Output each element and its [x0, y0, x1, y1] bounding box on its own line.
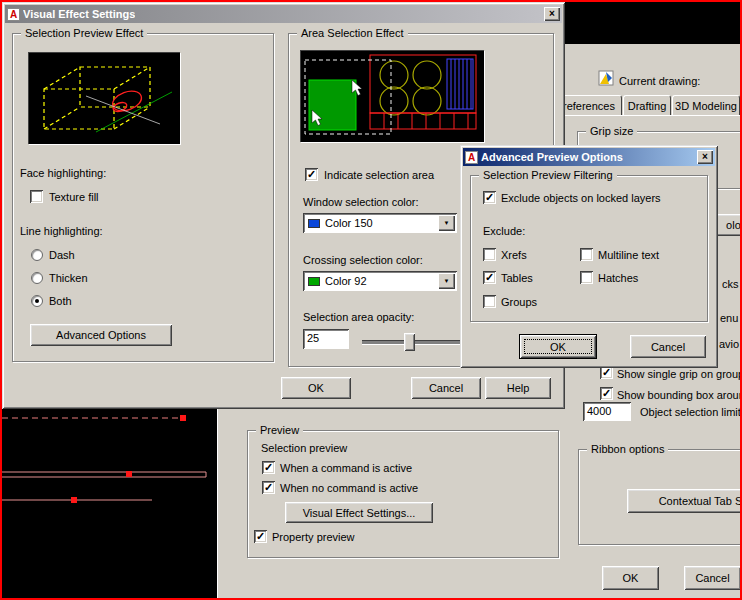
apo-cancel-button[interactable]: Cancel	[630, 335, 706, 358]
hatches-label: Hatches	[598, 272, 638, 285]
ves-titlebar[interactable]: A Visual Effect Settings ×	[5, 5, 562, 23]
grip-size-group-label: Grip size	[586, 125, 637, 138]
thicken-radio[interactable]	[31, 272, 43, 284]
tab-drafting[interactable]: Drafting	[623, 95, 671, 116]
tab-user-preferences[interactable]: references	[556, 95, 622, 116]
dynamic-grip-menu-label-fragment: enu	[720, 312, 738, 325]
contextual-tab-states-button[interactable]: Contextual Tab St	[627, 489, 742, 513]
texture-fill-checkbox[interactable]	[30, 190, 43, 203]
exclude-label: Exclude:	[483, 225, 525, 238]
preview-group: Preview Selection preview ✓ When a comma…	[247, 430, 559, 558]
tab-3d-modeling[interactable]: 3D Modeling	[672, 95, 740, 116]
ribbon-options-group: Ribbon options Contextual Tab St	[578, 449, 742, 545]
color-swatch	[308, 219, 320, 228]
selection-area-opacity-input[interactable]: 25	[303, 329, 349, 349]
when-command-active-checkbox[interactable]: ✓	[262, 461, 275, 474]
show-bounding-box-label: Show bounding box around	[617, 389, 742, 402]
face-highlighting-label: Face highlighting:	[20, 167, 106, 180]
groups-checkbox[interactable]	[483, 295, 496, 308]
tab-label: 3D Modeling	[675, 100, 737, 112]
selection-preview-filtering-group: Selection Preview Filtering ✓ Exclude ob…	[470, 175, 708, 322]
when-no-command-active-checkbox[interactable]: ✓	[262, 481, 275, 494]
window-selection-color-select[interactable]: Color 150 ▼	[303, 213, 457, 233]
xrefs-checkbox[interactable]	[483, 248, 496, 261]
indicate-selection-area-label: Indicate selection area	[324, 169, 434, 182]
exclude-locked-layers-label: Exclude objects on locked layers	[501, 192, 661, 205]
close-icon[interactable]: ×	[544, 7, 560, 21]
hatches-checkbox[interactable]	[580, 271, 593, 284]
indicate-selection-area-checkbox[interactable]: ✓	[305, 168, 318, 181]
button-label: Help	[507, 382, 530, 394]
button-label: OK	[308, 382, 324, 394]
check-icon: ✓	[262, 461, 275, 473]
options-cancel-button[interactable]: Cancel	[684, 566, 741, 590]
grips-within-blocks-label-fragment: cks	[722, 278, 739, 291]
advanced-options-button[interactable]: Advanced Options	[30, 324, 172, 346]
current-drawing-label: Current drawing:	[619, 75, 700, 88]
button-label: Contextual Tab St	[659, 495, 742, 507]
groups-label: Groups	[501, 296, 537, 309]
button-label: OK	[623, 572, 639, 584]
check-icon: ✓	[483, 191, 496, 203]
visual-effect-settings-button[interactable]: Visual Effect Settings...	[285, 502, 433, 523]
multiline-text-checkbox[interactable]	[580, 248, 593, 261]
options-ok-button[interactable]: OK	[602, 566, 659, 590]
property-preview-label: Property preview	[272, 531, 355, 544]
autocad-logo-icon: A	[465, 151, 478, 164]
dropdown-arrow-icon[interactable]: ▼	[438, 215, 455, 231]
check-icon: ✓	[483, 271, 496, 283]
area-selection-preview-image	[300, 50, 484, 142]
dropdown-arrow-icon[interactable]: ▼	[438, 273, 455, 289]
wireframe-box-preview	[28, 52, 180, 144]
tables-checkbox[interactable]: ✓	[483, 271, 496, 284]
check-icon: ✓	[262, 481, 275, 493]
tables-label: Tables	[501, 272, 533, 285]
screenshot-root: Current drawing: references Drafting 3D …	[0, 0, 742, 600]
check-icon: ✓	[600, 387, 613, 399]
exclude-locked-layers-checkbox[interactable]: ✓	[483, 191, 496, 204]
cycling-behavior-label-fragment: avio	[719, 338, 739, 351]
tab-label: Drafting	[628, 100, 667, 112]
both-radio[interactable]	[31, 295, 43, 307]
apo-ok-button[interactable]: OK	[520, 335, 596, 358]
object-selection-limit-input[interactable]: 4000	[583, 402, 631, 421]
both-radio-label: Both	[49, 295, 72, 308]
ves-ok-button[interactable]: OK	[281, 377, 351, 399]
selection-preview-filtering-label: Selection Preview Filtering	[479, 169, 617, 182]
selection-preview-effect-label: Selection Preview Effect	[21, 27, 147, 40]
tab-panel-edge	[556, 115, 740, 119]
drawing-geometry	[2, 410, 219, 600]
window-selection-color-label: Window selection color:	[303, 196, 419, 209]
apo-titlebar[interactable]: A Advanced Preview Options ×	[463, 148, 715, 166]
thicken-radio-label: Thicken	[49, 272, 88, 285]
object-selection-limit-label: Object selection limit	[640, 406, 741, 419]
xrefs-label: Xrefs	[501, 249, 527, 262]
check-icon: ✓	[305, 168, 318, 180]
ves-help-button[interactable]: Help	[485, 377, 551, 399]
property-preview-checkbox[interactable]: ✓	[254, 530, 267, 543]
selection-preview-image	[28, 52, 180, 144]
when-no-command-active-label: When no command is active	[280, 482, 418, 495]
button-label: Visual Effect Settings...	[303, 507, 416, 519]
close-icon[interactable]: ×	[697, 150, 713, 164]
ves-cancel-button[interactable]: Cancel	[411, 377, 481, 399]
multiline-text-label: Multiline text	[598, 249, 659, 262]
window-selection-color-value: Color 150	[325, 217, 373, 229]
drawing-file-icon	[598, 70, 614, 86]
dash-radio[interactable]	[31, 249, 43, 261]
dash-radio-label: Dash	[49, 249, 75, 262]
line-highlighting-label: Line highlighting:	[20, 225, 103, 238]
crossing-selection-color-value: Color 92	[325, 275, 367, 287]
button-label: olors	[726, 219, 742, 231]
button-label: Cancel	[695, 572, 729, 584]
check-icon: ✓	[254, 530, 267, 542]
button-label: OK	[550, 341, 566, 353]
button-label: Cancel	[429, 382, 463, 394]
apo-dialog-title: Advanced Preview Options	[481, 151, 623, 163]
crossing-selection-color-label: Crossing selection color:	[303, 254, 423, 267]
preview-group-label: Preview	[256, 424, 303, 437]
crossing-selection-color-select[interactable]: Color 92 ▼	[303, 271, 457, 291]
advanced-preview-options-dialog: A Advanced Preview Options × Selection P…	[460, 145, 718, 368]
show-bounding-box-checkbox[interactable]: ✓	[600, 387, 613, 400]
opacity-slider-thumb[interactable]	[404, 333, 415, 351]
